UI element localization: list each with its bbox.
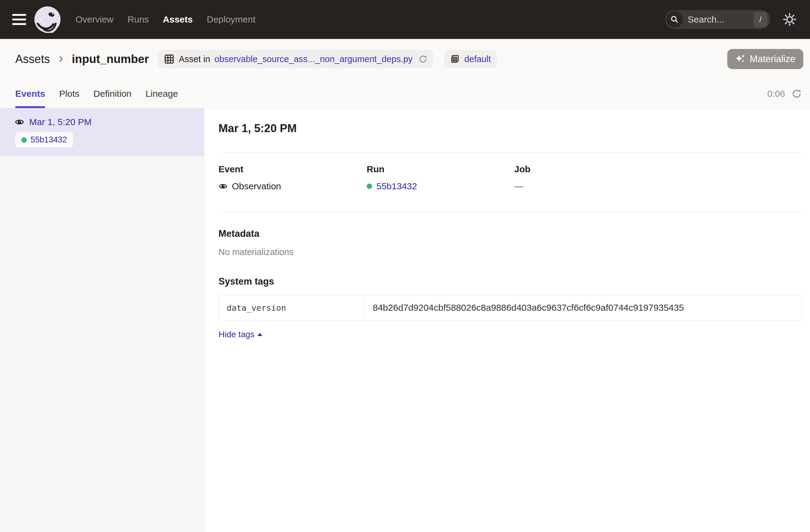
asset-page-header: Assets input_number Asset in observable_… (0, 39, 810, 79)
code-location-name[interactable]: default (464, 54, 491, 64)
run-column-label: Run (367, 164, 514, 174)
breadcrumb-current-asset: input_number (72, 53, 149, 66)
content-area: Mar 1, 5:20 PM 55b13432 Mar 1, 5:20 PM E… (0, 108, 810, 532)
eye-icon (15, 117, 25, 127)
event-column: Event Observation (218, 164, 367, 191)
event-detail-panel: Mar 1, 5:20 PM Event Observation (205, 108, 810, 532)
nav-item-deployment[interactable]: Deployment (207, 14, 255, 25)
hamburger-menu-icon[interactable] (12, 14, 26, 25)
table-grid-icon (164, 54, 174, 64)
divider (218, 211, 801, 212)
reload-icon[interactable] (419, 55, 427, 63)
job-column: Job — (514, 164, 801, 191)
nav-item-overview[interactable]: Overview (76, 14, 113, 25)
event-list-item-selected[interactable]: Mar 1, 5:20 PM 55b13432 (0, 108, 204, 156)
chevron-right-icon (56, 55, 65, 63)
asset-tabs-bar: Events Plots Definition Lineage 0:06 (0, 79, 810, 108)
run-column: Run 55b13432 (367, 164, 514, 191)
code-location-icon (450, 54, 460, 64)
event-list-sidebar: Mar 1, 5:20 PM 55b13432 (0, 108, 205, 532)
asset-definition-file-link[interactable]: observable_source_ass..._non_argument_de… (214, 54, 412, 64)
run-status-dot (367, 183, 372, 189)
refresh-countdown: 0:06 (767, 88, 785, 99)
tab-plots[interactable]: Plots (59, 79, 79, 108)
tag-value-cell: 84b26d7d9204cbf588026c8a9886d403a6c9637c… (365, 295, 801, 320)
eye-icon (218, 182, 228, 191)
asset-origin-pill: Asset in observable_source_ass..._non_ar… (158, 50, 433, 68)
tag-key-cell: data_version (219, 295, 365, 320)
job-column-label: Job (514, 164, 801, 174)
system-tags-table: data_version 84b26d7d9204cbf588026c8a988… (218, 295, 801, 321)
system-tags-heading: System tags (218, 276, 801, 287)
event-timestamp: Mar 1, 5:20 PM (29, 117, 92, 127)
nav-item-runs[interactable]: Runs (128, 14, 149, 25)
event-type-value: Observation (232, 181, 281, 191)
divider (218, 152, 801, 152)
search-bar[interactable]: / (665, 10, 771, 29)
search-icon (666, 11, 683, 28)
breadcrumb-assets-link[interactable]: Assets (15, 53, 50, 66)
tab-events[interactable]: Events (15, 79, 45, 108)
event-run-id: 55b13432 (30, 135, 67, 145)
metadata-heading: Metadata (218, 228, 801, 239)
metadata-empty-text: No materializations (218, 247, 801, 257)
asset-origin-prefix: Asset in (179, 54, 210, 64)
materialize-button-label: Materialize (750, 53, 795, 65)
tab-lineage[interactable]: Lineage (145, 79, 178, 108)
primary-nav: Overview Runs Assets Deployment (76, 14, 256, 25)
settings-gear-icon[interactable] (783, 13, 797, 27)
search-shortcut-key: / (754, 12, 767, 27)
hide-tags-label: Hide tags (218, 329, 254, 339)
materialize-button[interactable]: Materialize (727, 49, 803, 69)
event-detail-title: Mar 1, 5:20 PM (218, 122, 801, 135)
job-empty-value: — (514, 181, 523, 191)
code-location-pill[interactable]: default (444, 50, 497, 68)
top-navigation-bar: Overview Runs Assets Deployment / (0, 0, 810, 39)
run-status-dot (21, 137, 27, 143)
event-column-label: Event (218, 164, 367, 174)
sparkle-icon (735, 54, 745, 64)
refresh-icon[interactable] (792, 89, 801, 99)
caret-up-icon (257, 333, 262, 336)
nav-item-assets[interactable]: Assets (163, 14, 193, 25)
event-run-chip[interactable]: 55b13432 (15, 132, 73, 148)
search-input[interactable] (688, 14, 748, 25)
tab-definition[interactable]: Definition (93, 79, 131, 108)
dagster-logo-icon[interactable] (34, 6, 61, 33)
hide-tags-link[interactable]: Hide tags (218, 329, 262, 339)
run-id-link[interactable]: 55b13432 (376, 181, 417, 191)
